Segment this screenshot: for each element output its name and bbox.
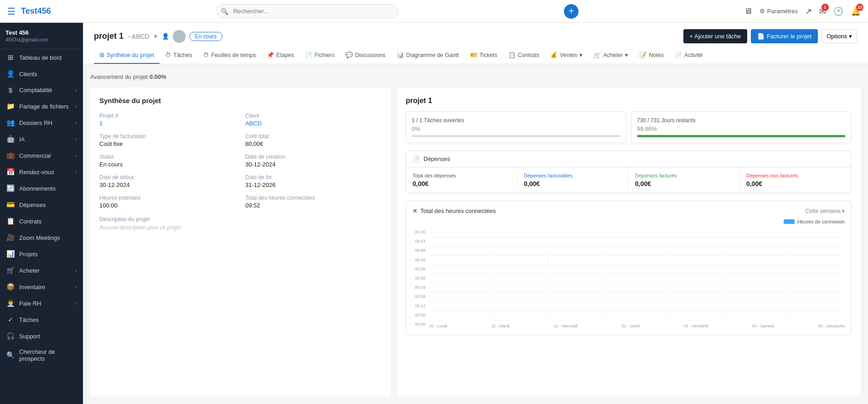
sidebar-item-acheter[interactable]: 🛒 Acheter › <box>0 262 83 279</box>
main-content: projet 1 - ABCD ▾ 👤 En cours + Ajouter u… <box>83 23 868 404</box>
sidebar-item-inventaire[interactable]: 📦 Inventaire › <box>0 279 83 295</box>
invoice-button[interactable]: 📄 Facturer le projet <box>751 29 818 43</box>
tab-acheter[interactable]: 🛒 Acheter ▾ <box>588 47 634 64</box>
creation-date-field: Date de création 30-12-2024 <box>245 154 382 168</box>
dashboard-icon: ⊞ <box>6 53 15 62</box>
screen-icon[interactable]: 🖥 <box>744 6 752 16</box>
sidebar-item-comptabilite[interactable]: $ Comptabilité › <box>0 82 83 98</box>
add-button[interactable]: + <box>564 4 579 19</box>
sidebar-item-commercial[interactable]: 💼 Commercial › <box>0 147 83 164</box>
arrow-icon: › <box>75 284 77 290</box>
sidebar-item-projets[interactable]: 📊 Projets <box>0 246 83 262</box>
chart-svg <box>429 228 845 320</box>
topbar: ☰ Test456 🔍 + 🖥 ⚙ Paramètres ↗ ✉ 1 🕐 🔔 1… <box>0 0 868 23</box>
notifications-badge: 13 <box>856 4 863 11</box>
user-email: 456Tst@gmail.com <box>5 37 78 42</box>
hours-header: ✕ Total des heures connectées Cette sema… <box>413 207 845 214</box>
project-subtitle: - ABCD <box>128 33 150 40</box>
billable-expense: Dépenses facturables 0,00€ <box>517 167 629 193</box>
tab-notes-icon: 📝 <box>639 52 646 58</box>
tab-etapes[interactable]: 📌 Etapes <box>261 47 300 64</box>
arrow-icon: › <box>75 153 77 158</box>
project-status-badge[interactable]: En cours <box>189 32 222 41</box>
sidebar-item-chercheur[interactable]: 🔍 Chercheur de prospects <box>0 344 83 366</box>
project-header-top: projet 1 - ABCD ▾ 👤 En cours + Ajouter u… <box>94 23 857 47</box>
settings-link[interactable]: ⚙ Paramètres <box>760 8 798 15</box>
hours-icon: ✕ <box>413 207 418 214</box>
share-icon[interactable]: ↗ <box>805 6 812 16</box>
chart-legend: Heures de connexion <box>413 219 845 224</box>
sidebar-item-rendezvous[interactable]: 📅 Rendez-vous › <box>0 164 83 180</box>
tab-taches-icon: ⏱ <box>165 52 171 58</box>
sidebar-item-ia[interactable]: 🤖 IA › <box>0 131 83 147</box>
x-label-0: 30 - Lundi <box>429 324 447 328</box>
end-date-field: Date de fin 31-12-2026 <box>245 174 382 188</box>
invoice-icon: 📄 <box>757 33 765 40</box>
tab-activite[interactable]: 📄 Activité <box>669 47 708 64</box>
y-label-3: 00:42 <box>413 258 427 262</box>
tab-ventes-icon: 💰 <box>550 52 558 58</box>
sidebar-item-tableau[interactable]: ⊞ Tableau de bord <box>0 49 83 66</box>
sidebar-item-contrats[interactable]: 📋 Contrats <box>0 213 83 229</box>
x-label-2: 01 - Mercredi <box>553 324 578 328</box>
project-header-actions: + Ajouter une tâche 📄 Facturer le projet… <box>683 29 857 43</box>
project-avatar <box>173 30 186 43</box>
tab-contrats-icon: 📋 <box>508 52 516 58</box>
project-icons: 👤 En cours <box>162 30 222 43</box>
tab-tickets-icon: 🎫 <box>470 52 477 58</box>
billed-expense: Dépenses facturés 0,00€ <box>629 167 740 193</box>
sidebar-item-abonnements[interactable]: 🔄 Abonnements <box>0 180 83 197</box>
notifications-icon[interactable]: 🔔 13 <box>851 6 861 16</box>
sidebar-item-support[interactable]: 🎧 Support <box>0 328 83 344</box>
y-label-2: 00:48 <box>413 248 427 253</box>
person-icon: 👤 <box>162 33 169 40</box>
clock-icon[interactable]: 🕐 <box>833 6 843 16</box>
right-panel-title: projet 1 <box>406 97 852 105</box>
x-label-6: 05 - Dimanche <box>818 324 845 328</box>
sidebar: Test 456 456Tst@gmail.com ⊞ Tableau de b… <box>0 23 83 404</box>
tab-taches[interactable]: ⏱ Tâches <box>160 47 197 64</box>
tab-synthese[interactable]: ⊞ Synthèse du projet <box>94 47 160 64</box>
tab-discussions[interactable]: 💬 Discussions <box>340 47 391 64</box>
project-header: projet 1 - ABCD ▾ 👤 En cours + Ajouter u… <box>83 23 868 64</box>
x-axis-labels: 30 - Lundi 31 - Mardi 01 - Mercredi 02 -… <box>429 324 845 328</box>
expenses-grid: Total des dépenses 0,00€ Dépenses factur… <box>406 167 851 193</box>
messages-icon[interactable]: ✉ 1 <box>819 6 826 16</box>
sidebar-item-dossiers-rh[interactable]: 👥 Dossiers RH › <box>0 114 83 131</box>
tab-notes[interactable]: 📝 Notes <box>634 47 669 64</box>
sidebar-item-clients[interactable]: 👤 Clients <box>0 66 83 82</box>
options-button[interactable]: Options ▾ <box>822 29 857 43</box>
tab-etapes-icon: 📌 <box>267 52 274 58</box>
sidebar-item-zoom[interactable]: 🎥 Zoom Meetings <box>0 229 83 246</box>
synthesis-grid: Projet # 1 Client ABCD Type de facturati… <box>99 113 382 209</box>
tasks-metric: 1 / 1 Tâches ouvertes 0% <box>406 111 626 143</box>
legend-color-box <box>784 219 795 224</box>
days-metric: 730 / 731 Jours restants 99.86% <box>631 111 852 143</box>
menu-icon[interactable]: ☰ <box>7 6 16 17</box>
sidebar-item-fichiers[interactable]: 📁 Partage de fichiers › <box>0 98 83 114</box>
project-dropdown-icon[interactable]: ▾ <box>154 33 157 40</box>
tab-tickets[interactable]: 🎫 Tickets <box>465 47 503 64</box>
search-input[interactable] <box>216 4 398 18</box>
x-label-5: 04 - Samedi <box>752 324 775 328</box>
metrics-row: 1 / 1 Tâches ouvertes 0% 730 / 731 Jours… <box>406 111 852 143</box>
x-label-1: 31 - Mardi <box>491 324 510 328</box>
billing-type-field: Type de facturation Coût fixe <box>99 133 236 147</box>
clients-icon: 👤 <box>6 70 15 78</box>
sidebar-item-paie-rh[interactable]: 👨‍💼 Paie RH › <box>0 295 83 311</box>
sidebar-item-taches[interactable]: ✓ Tâches <box>0 311 83 328</box>
arrow-icon: › <box>75 104 77 109</box>
chevron-down-icon: ▾ <box>849 33 852 40</box>
hours-period[interactable]: Cette semaine ▾ <box>806 208 845 214</box>
tab-fichiers[interactable]: 📄 Fichiers <box>300 47 340 64</box>
y-label-7: 00:18 <box>413 294 427 299</box>
add-task-button[interactable]: + Ajouter une tâche <box>683 29 747 43</box>
tab-contrats[interactable]: 📋 Contrats <box>503 47 545 64</box>
tab-ventes[interactable]: 💰 Ventes ▾ <box>545 47 588 64</box>
tab-feuilles[interactable]: ⏱ Feuilles de temps <box>197 47 261 64</box>
sidebar-item-depenses[interactable]: 💳 Dépenses <box>0 197 83 213</box>
buy-icon: 🛒 <box>6 266 15 275</box>
arrow-icon: › <box>75 88 77 93</box>
unbilled-expense: Dépenses non facturés 0,00€ <box>740 167 851 193</box>
tab-gantt[interactable]: 📊 Diagramme de Gantt <box>391 47 465 64</box>
